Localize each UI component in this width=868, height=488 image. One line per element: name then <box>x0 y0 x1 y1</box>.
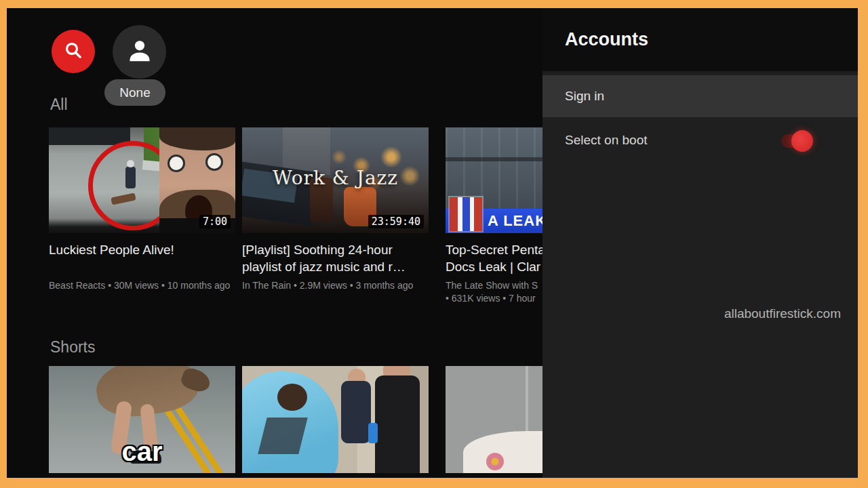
frame-border-top <box>0 0 868 8</box>
video-card-jazz-playlist[interactable]: Work & Jazz 23:59:40 [Playlist] Soothing… <box>242 127 429 292</box>
accounts-panel: Accounts Sign in Select on boot allabout… <box>542 8 858 478</box>
late-show-logo <box>450 197 482 231</box>
video-card-luckiest-people[interactable]: 7:00 Luckiest People Alive! Beast Reacts… <box>49 127 235 292</box>
tv-screen: None All 7:00 Luckiest People Alive! Bea… <box>0 0 868 488</box>
thumb-art <box>277 384 307 411</box>
thumb-art <box>125 167 136 188</box>
frame-border-bottom <box>0 478 868 488</box>
sign-in-label: Sign in <box>565 89 604 104</box>
short-card-costume[interactable] <box>242 366 429 473</box>
select-on-boot-label: Select on boot <box>565 133 647 148</box>
account-avatar-button[interactable] <box>113 25 166 79</box>
video-meta: Beast Reacts • 30M views • 10 months ago <box>49 279 231 292</box>
search-icon <box>62 39 84 64</box>
frame-border-right <box>858 0 868 488</box>
video-thumbnail: Work & Jazz 23:59:40 <box>242 127 429 233</box>
frame-border-left <box>0 0 7 488</box>
video-title: Luckiest People Alive! <box>49 241 231 277</box>
shorts-subtitle-caption: car <box>49 436 235 467</box>
thumb-art <box>341 381 371 443</box>
toggle-thumb[interactable] <box>791 130 813 152</box>
thumb-art <box>486 453 504 470</box>
thumb-art <box>127 160 134 167</box>
thumb-art <box>167 155 185 172</box>
thumb-art <box>205 153 223 171</box>
video-title: [Playlist] Soothing 24-hour playlist of … <box>242 241 424 277</box>
person-icon <box>124 35 155 69</box>
watermark-text: allaboutfirestick.com <box>542 306 841 321</box>
thumb-art <box>49 127 130 145</box>
video-meta: In The Rain • 2.9M views • 3 months ago <box>242 279 424 292</box>
accounts-panel-header: Accounts <box>542 8 858 71</box>
account-name-label: None <box>119 85 150 100</box>
section-label-all: All <box>50 96 68 114</box>
sign-in-item[interactable]: Sign in <box>542 75 858 117</box>
search-button[interactable] <box>52 30 95 73</box>
short-card-deer[interactable]: car <box>49 366 235 473</box>
thumbnail-caption: Work & Jazz <box>242 167 429 189</box>
account-name-badge: None <box>104 79 165 106</box>
thumb-art <box>375 375 420 473</box>
section-label-shorts: Shorts <box>50 338 95 357</box>
video-thumbnail: 7:00 <box>49 127 235 233</box>
duration-badge: 23:59:40 <box>368 215 424 228</box>
panel-title: Accounts <box>565 29 648 50</box>
thumb-art <box>368 423 378 443</box>
duration-badge: 7:00 <box>199 215 231 228</box>
